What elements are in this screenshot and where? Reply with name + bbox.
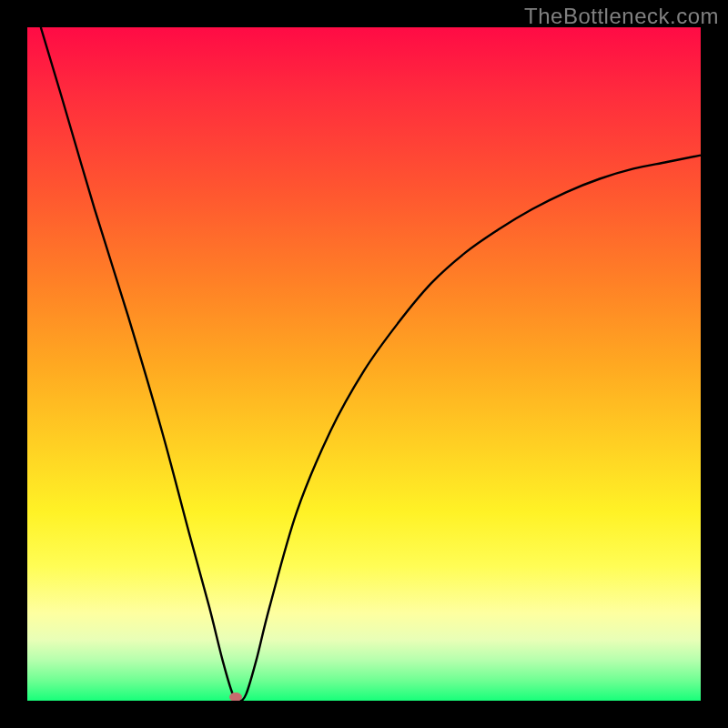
watermark-text: TheBottleneck.com	[524, 4, 719, 29]
bottleneck-curve	[27, 27, 701, 701]
chart-frame: TheBottleneck.com	[0, 0, 728, 728]
curve-path	[41, 27, 701, 701]
vertex-marker	[229, 693, 242, 701]
plot-area	[27, 27, 701, 701]
